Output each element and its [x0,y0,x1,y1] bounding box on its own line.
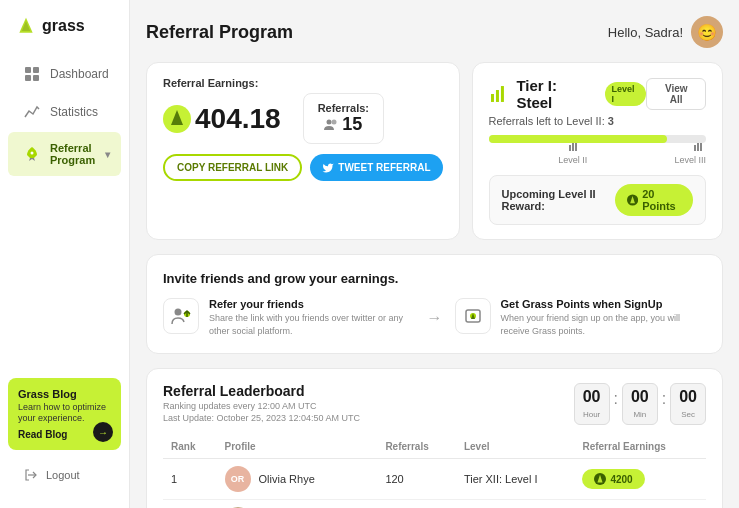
step1-text: Refer your friends Share the link with y… [209,298,415,337]
tier-card: Tier I: Steel Level I View All Referrals… [472,62,723,240]
referral-chevron-icon: ▾ [105,149,110,160]
step2-desc: When your friend sign up on the app, you… [501,312,707,337]
leaderboard-title-area: Referral Leaderboard Ranking updates eve… [163,383,360,423]
blog-card-desc: Learn how to optimize your experience. [18,402,111,425]
sidebar-item-referral-label: Referral Program [50,142,95,166]
refer-icon [171,306,191,326]
referrals-label: Referrals: [318,102,369,114]
cell-profile: OR Olivia Rhye [217,459,378,500]
svg-rect-18 [694,145,696,151]
logout-label: Logout [46,469,80,481]
countdown-hours-value: 00 [583,388,601,406]
view-all-button[interactable]: View All [646,78,706,110]
invite-section: Invite friends and grow your earnings. R… [146,254,723,354]
cell-referrals: 120 [377,459,456,500]
cell-level: Tier XII: Level I [456,459,575,500]
copy-referral-button[interactable]: COPY REFERRAL LINK [163,154,302,181]
leaderboard-header: Referral Leaderboard Ranking updates eve… [163,383,706,425]
svg-rect-2 [25,67,31,73]
leaderboard-thead: Rank Profile Referrals Level Referral Ea… [163,435,706,459]
progress-bar-bg [489,135,706,143]
rocket-icon [24,146,40,162]
cell-earnings: 4200 [574,459,706,500]
svg-rect-3 [33,67,39,73]
step2-text: Get Grass Points when SignUp When your f… [501,298,707,337]
col-earnings: Referral Earnings [574,435,706,459]
tier-name: Tier I: Steel [516,77,596,111]
earnings-title: Referral Earnings: [163,77,443,89]
countdown-separator2: : [662,383,666,425]
user-greeting: Hello, Sadra! 😊 [608,16,723,48]
earnings-value: 404.18 [195,103,281,135]
sidebar-item-dashboard[interactable]: Dashboard [8,56,121,92]
col-rank: Rank [163,435,217,459]
avatar: OR [225,466,251,492]
cell-referrals: 57 [377,500,456,508]
tier-header: Tier I: Steel Level I View All [489,77,706,111]
logout-button[interactable]: Logout [8,458,121,492]
earnings-inner: 404.18 Referrals: 15 [163,93,443,144]
step2-title: Get Grass Points when SignUp [501,298,707,310]
svg-rect-13 [495,90,498,102]
grid-icon [24,66,40,82]
cell-rank: 1 [163,459,217,500]
earnings-card: Referral Earnings: 404.18 Referrals: [146,62,460,240]
tier-progress-area: Level II Level III [489,135,706,165]
referrals-box: Referrals: 15 [303,93,384,144]
step2-icon-box [455,298,491,334]
sidebar-nav: Dashboard Statistics Referral Program ▾ [0,56,129,370]
referrals-icon [324,118,338,132]
svg-rect-15 [569,145,571,151]
reward-label: Upcoming Level II Reward: [502,188,615,212]
sidebar-item-statistics[interactable]: Statistics [8,94,121,130]
col-profile: Profile [217,435,378,459]
sidebar: grass Dashboard Statistics Referral [0,0,130,508]
step1-icon-box [163,298,199,334]
tier-title-row: Tier I: Steel Level I [489,77,647,111]
blog-arrow-button[interactable]: → [93,422,113,442]
twitter-icon [322,162,334,174]
countdown-separator1: : [614,383,618,425]
countdown-seconds: 00 Sec [670,383,706,425]
tier-referrals-left: Referrals left to Level II: 3 [489,115,706,127]
action-buttons: COPY REFERRAL LINK TWEET REFERRAL [163,154,443,181]
avatar: 😊 [691,16,723,48]
countdown: 00 Hour : 00 Min : 00 Sec [574,383,706,425]
table-row: 1 OR Olivia Rhye 120 Tier XII: Level I 4… [163,459,706,500]
invite-step-2: Get Grass Points when SignUp When your f… [455,298,707,337]
progress-bar-fill [489,135,667,143]
grass-coin-icon [163,105,191,133]
progress-labels: Level II Level III [489,155,706,165]
logo-area: grass [0,16,129,56]
tweet-referral-button[interactable]: TWEET REFERRAL [310,154,442,181]
leaderboard-header-row: Rank Profile Referrals Level Referral Ea… [163,435,706,459]
countdown-minutes-label: Min [633,410,646,419]
countdown-seconds-label: Sec [681,410,695,419]
svg-point-23 [175,309,182,316]
reward-coin-icon [627,193,638,207]
countdown-seconds-value: 00 [679,388,697,406]
grass-logo-icon [16,16,36,36]
referrals-left-count: 3 [608,115,614,127]
svg-rect-12 [491,94,494,102]
invite-step-1: Refer your friends Share the link with y… [163,298,415,337]
sidebar-item-statistics-label: Statistics [50,105,98,119]
table-row: 2 PB Phoenix Baker 57 Tier XI: Level I 3… [163,500,706,508]
page-title: Referral Program [146,22,293,43]
col-referrals: Referrals [377,435,456,459]
countdown-hours-label: Hour [583,410,600,419]
signup-icon [463,306,483,326]
chart-icon [24,104,40,120]
level2-label: Level II [558,155,587,165]
coin-icon [594,473,606,485]
countdown-hours: 00 Hour [574,383,610,425]
leaderboard-table: Rank Profile Referrals Level Referral Ea… [163,435,706,508]
cell-profile: PB Phoenix Baker [217,500,378,508]
sidebar-item-referral[interactable]: Referral Program ▾ [8,132,121,176]
tier-badge: Level I [605,82,647,106]
countdown-minutes-value: 00 [631,388,649,406]
referrals-left-label: Referrals left to Level II: [489,115,605,127]
logout-icon [24,468,38,482]
svg-point-11 [332,119,337,124]
profile-name: Olivia Rhye [259,473,315,485]
